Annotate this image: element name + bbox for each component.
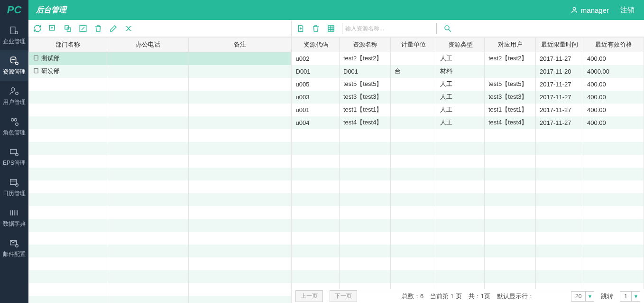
col-type[interactable]: 资源类型 [436,38,485,52]
col-time[interactable]: 最近限量时间 [536,38,583,52]
add-icon[interactable] [48,24,57,33]
edit-icon[interactable] [79,24,87,33]
sidebar-item-calendar[interactable]: 日历管理 [0,172,28,202]
table-row[interactable] [292,232,644,245]
table-row[interactable] [292,142,644,155]
table-row[interactable] [29,142,291,155]
cell-user: test4【test4】 [485,116,536,129]
user-menu[interactable]: manager [570,6,609,14]
dept-phone [107,65,189,78]
delete-icon[interactable] [312,24,320,33]
table-row[interactable] [29,155,291,168]
table-row[interactable] [29,180,291,193]
table-row[interactable] [29,104,291,116]
table-row[interactable] [29,257,291,270]
table-row[interactable] [29,283,291,296]
table-row[interactable]: u002test2【test2】人工test2【test2】2017-11-27… [292,52,644,65]
rows-per-page-select[interactable]: 20 ▾ [571,291,594,302]
table-row[interactable]: 研发部 [29,65,291,78]
table-row[interactable] [29,296,291,303]
users-gear-icon [9,116,19,127]
rows-value: 20 [571,293,585,300]
grid-icon[interactable] [327,24,335,33]
sidebar-item-role[interactable]: 角色管理 [0,111,28,142]
table-row[interactable] [292,219,644,232]
col-unit[interactable]: 计量单位 [391,38,436,52]
table-row[interactable]: D001D001台材料2017-11-204000.00 [292,65,644,78]
current-page-text: 当前第 1 页 [430,292,461,301]
svg-point-21 [16,244,18,247]
user-icon [570,6,578,14]
shuffle-icon[interactable] [124,24,133,33]
table-row[interactable] [292,270,644,283]
prev-page-button[interactable]: 上一页 [295,290,323,302]
cell-price: 4000.00 [583,65,644,78]
left-toolbar [28,20,291,37]
refresh-icon[interactable] [33,24,42,33]
sidebar-item-dictionary[interactable]: 数据字典 [0,202,28,233]
table-row[interactable] [292,245,644,257]
table-row[interactable] [292,206,644,219]
sidebar-item-resource[interactable]: 资源管理 [0,50,28,81]
delete-icon[interactable] [94,24,102,33]
table-row[interactable] [29,78,291,91]
col-dept-phone[interactable]: 办公电话 [107,38,189,52]
building-icon [33,55,39,63]
pagination-footer: 上一页 下一页 总数：6 当前第 1 页 共：1页 默认显示行： 20 ▾ 跳转… [292,289,644,303]
table-row[interactable] [292,155,644,168]
table-row[interactable]: u001test1【test1】人工test1【test1】2017-11-27… [292,104,644,116]
table-row[interactable] [29,219,291,232]
sidebar-item-eps[interactable]: EPS管理 [0,142,28,172]
barcode-icon [9,208,19,218]
col-code[interactable]: 资源代码 [292,38,340,52]
sidebar-item-enterprise[interactable]: 企业管理 [0,20,28,50]
table-row[interactable]: u005test5【test5】人工test5【test5】2017-11-27… [292,78,644,91]
table-row[interactable] [292,193,644,206]
next-page-button[interactable]: 下一页 [330,290,357,302]
table-row[interactable] [29,270,291,283]
svg-point-5 [11,87,15,91]
jump-label: 跳转 [601,292,613,301]
copy-icon[interactable] [64,24,72,33]
table-row[interactable] [292,283,644,289]
sidebar-item-label: 角色管理 [3,129,26,137]
col-price[interactable]: 最近有效价格 [583,38,644,52]
svg-point-0 [573,8,575,10]
col-user[interactable]: 对应用户 [485,38,536,52]
table-row[interactable] [29,206,291,219]
table-row[interactable] [29,168,291,180]
table-row[interactable] [29,232,291,245]
col-dept-remark[interactable]: 备注 [189,38,291,52]
table-row[interactable] [29,116,291,129]
resource-search-input[interactable] [342,23,437,34]
svg-rect-10 [10,149,17,153]
table-row[interactable] [292,129,644,142]
sidebar-item-mail[interactable]: 邮件配置 [0,233,28,263]
department-panel: 部门名称 办公电话 备注 测试部研发部 [28,20,292,303]
cell-time: 2017-11-20 [536,65,583,78]
table-row[interactable] [292,168,644,180]
search-icon[interactable] [443,24,452,33]
table-row[interactable] [29,193,291,206]
cell-name: test4【test4】 [340,116,391,129]
table-row[interactable] [29,129,291,142]
table-row[interactable] [29,245,291,257]
dept-name: 测试部 [41,54,60,63]
table-row[interactable]: u003test3【test3】人工test3【test3】2017-11-27… [292,91,644,104]
table-row[interactable]: 测试部 [29,52,291,65]
cell-name: test1【test1】 [340,104,391,116]
logout-link[interactable]: 注销 [620,6,635,15]
table-row[interactable] [29,91,291,104]
total-text: 总数：6 [402,292,423,301]
sidebar-item-user[interactable]: 用户管理 [0,81,28,111]
col-dept-name[interactable]: 部门名称 [29,38,107,52]
table-row[interactable]: u004test4【test4】人工test4【test4】2017-11-27… [292,116,644,129]
resource-panel: 资源代码 资源名称 计量单位 资源类型 对应用户 最近限量时间 最近有效价格 u… [292,20,644,303]
eraser-icon[interactable] [109,24,118,33]
table-row[interactable] [292,180,644,193]
cell-user: test1【test1】 [485,104,536,116]
table-row[interactable] [292,257,644,270]
add-document-icon[interactable] [296,24,305,33]
jump-page-select[interactable]: 1 ▾ [620,291,640,302]
col-name[interactable]: 资源名称 [340,38,391,52]
